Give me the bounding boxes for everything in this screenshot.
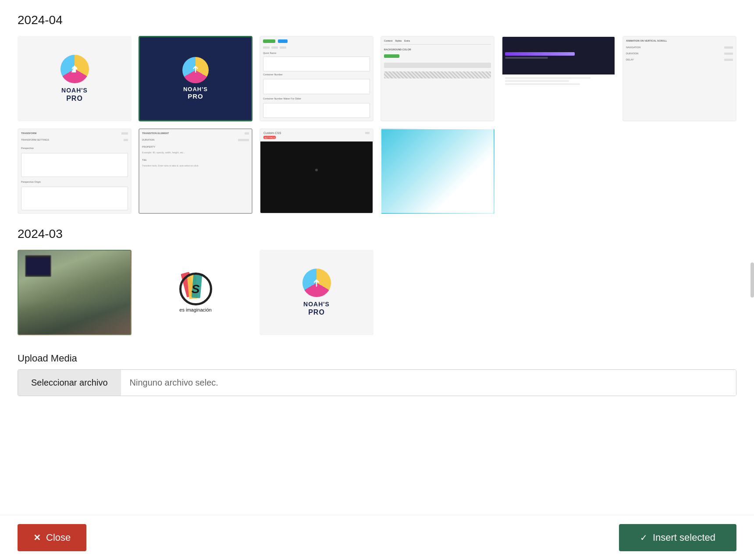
- media-item-noahs-pro-2[interactable]: NOAH'SPRO: [260, 250, 373, 335]
- media-item-transition[interactable]: TRANSITION ELEMENT DURATION PROPERTY Exa…: [139, 128, 253, 214]
- arrow-icon-2: [310, 276, 323, 290]
- media-item-bg-color[interactable]: Content Styles Extra BACKGROUND COLOR: [381, 36, 494, 121]
- media-grid-2024-04: NOAH'SPRO NOAH'SPRO: [18, 36, 736, 214]
- close-label: Close: [46, 532, 71, 543]
- media-item-animation[interactable]: ANIMATION ON VERTICAL SCROLL NAVIGATION …: [622, 36, 736, 121]
- media-item-custom-css[interactable]: Custom CSS SETTINGS: [260, 128, 373, 214]
- media-item-plugin-settings[interactable]: Quick Name Container Number Container Nu…: [260, 36, 373, 121]
- upload-row: Seleccionar archivo Ninguno archivo sele…: [18, 369, 736, 396]
- insert-label: Insert selected: [653, 532, 715, 543]
- media-item-transform[interactable]: TRANSFORM TRANSFORM SETTINGS Perspective…: [18, 128, 132, 214]
- arrow-icon: [68, 63, 81, 76]
- section-title-2024-03: 2024-03: [18, 227, 736, 241]
- scrollbar[interactable]: [750, 262, 754, 298]
- x-icon: ✕: [33, 532, 41, 543]
- media-item-noahs-light[interactable]: NOAH'SPRO: [18, 36, 132, 121]
- media-item-office[interactable]: [18, 250, 132, 335]
- close-button[interactable]: ✕ Close: [18, 524, 86, 551]
- media-item-gradient[interactable]: [381, 128, 494, 214]
- arrow-icon-dark: [189, 64, 202, 76]
- check-icon: ✓: [640, 532, 647, 543]
- footer-bar: ✕ Close ✓ Insert selected: [0, 515, 754, 560]
- upload-title: Upload Media: [18, 353, 736, 364]
- media-grid-2024-03: S es imaginación NOAH'SPRO: [18, 250, 736, 335]
- media-item-dashboard[interactable]: [501, 36, 615, 121]
- insert-selected-button[interactable]: ✓ Insert selected: [619, 524, 736, 551]
- section-title-2024-04: 2024-04: [18, 13, 736, 27]
- upload-section: Upload Media Seleccionar archivo Ninguno…: [18, 348, 736, 405]
- file-name-display: Ninguno archivo selec.: [121, 370, 736, 396]
- select-file-button[interactable]: Seleccionar archivo: [18, 370, 121, 396]
- media-item-noahs-dark[interactable]: NOAH'SPRO: [139, 36, 253, 121]
- media-item-es-imaginacion[interactable]: S es imaginación: [139, 250, 253, 335]
